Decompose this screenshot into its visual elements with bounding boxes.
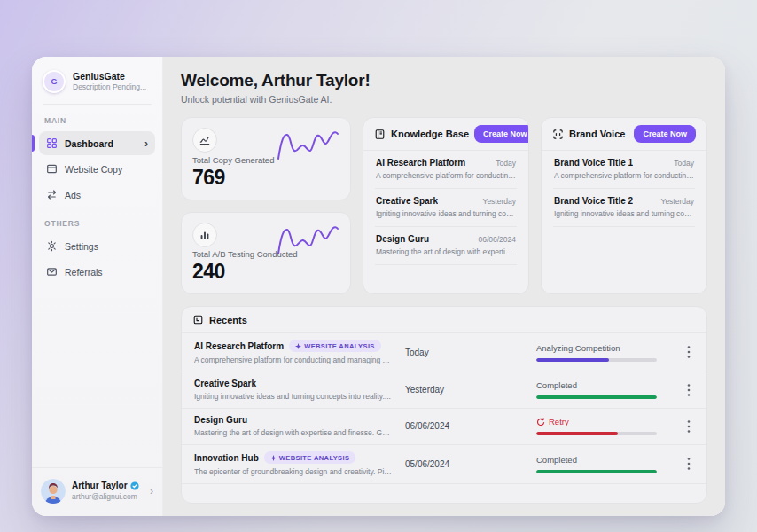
nav-section-main: MAIN <box>32 105 162 130</box>
sparkle-icon <box>295 343 301 349</box>
row-status: Retry <box>536 417 676 435</box>
chevron-right-icon: › <box>144 138 148 149</box>
stat-value: 240 <box>192 260 339 284</box>
knowledge-base-item[interactable]: AI Research Platform Today A comprehensi… <box>375 151 517 189</box>
item-date: Yesterday <box>476 197 517 206</box>
user-email: arthur@alignui.com <box>72 492 139 502</box>
sidebar-item-referrals[interactable]: Referrals <box>39 260 155 284</box>
row-status: Completed <box>536 455 676 473</box>
item-date: 06/06/2024 <box>471 235 516 244</box>
user-name: Arthur Taylor <box>72 480 139 492</box>
table-row[interactable]: AI Research Platform WEBSITE ANALYSIS A … <box>182 333 706 372</box>
kebab-menu-icon[interactable] <box>682 417 696 436</box>
app-window: G GeniusGate Description Pending... MAIN… <box>32 57 725 516</box>
sparkline <box>276 222 339 259</box>
browser-window-icon <box>46 163 58 175</box>
item-title: Brand Voice Title 2 <box>554 196 633 206</box>
status-text: Completed <box>536 455 577 465</box>
row-date: 05/06/2024 <box>405 459 536 469</box>
item-description: A comprehensive platform for conducting … <box>376 171 516 180</box>
stat-card-ab-testing[interactable]: Total A/B Testing Conducted 240 <box>181 212 351 295</box>
kebab-menu-icon[interactable] <box>682 342 696 362</box>
knowledge-base-item[interactable]: Creative Spark Yesterday Igniting innova… <box>375 189 517 227</box>
item-description: Mastering the art of design with experti… <box>376 247 516 256</box>
item-title: Creative Spark <box>376 196 438 206</box>
sidebar-item-label: Settings <box>65 241 98 252</box>
sidebar-item-label: Referrals <box>65 267 103 278</box>
item-description: Igniting innovative ideas and turning co… <box>376 209 516 218</box>
progress-bar <box>536 395 657 399</box>
stat-value: 769 <box>192 166 339 190</box>
brand-voice-item[interactable]: Brand Voice Title 1 Today A comprehensiv… <box>553 151 695 189</box>
retry-icon <box>536 418 545 426</box>
item-title: AI Research Platform <box>376 158 465 168</box>
app-logo: G <box>43 70 66 93</box>
item-title: Design Guru <box>376 234 429 244</box>
item-date: Yesterday <box>654 197 695 206</box>
panel-title: Recents <box>209 315 247 325</box>
knowledge-base-list: AI Research Platform Today A comprehensi… <box>363 151 528 265</box>
row-description: Igniting innovative ideas and turning co… <box>194 392 405 401</box>
row-title: AI Research Platform <box>194 341 284 351</box>
status-text: Analyzing Competition <box>536 343 620 353</box>
panel-title: Brand Voice <box>569 129 625 139</box>
item-date: Today <box>488 159 516 168</box>
progress-bar <box>536 470 657 473</box>
table-row[interactable]: Design Guru Mastering the art of design … <box>182 409 706 445</box>
kebab-menu-icon[interactable] <box>682 380 696 400</box>
row-date: Yesterday <box>405 385 536 395</box>
knowledge-base-item[interactable]: Design Guru 06/06/2024 Mastering the art… <box>375 227 517 265</box>
app-name: GeniusGate <box>73 71 146 83</box>
website-analysis-badge: WEBSITE ANALYSIS <box>289 340 381 352</box>
website-analysis-badge: WEBSITE ANALYSIS <box>264 451 356 464</box>
recents-table: AI Research Platform WEBSITE ANALYSIS A … <box>182 333 706 503</box>
row-title: Innovation Hub <box>194 453 259 463</box>
row-description: Mastering the art of design with experti… <box>194 428 405 437</box>
main-content: Welcome, Arthur Taylor! Unlock potential… <box>163 57 725 516</box>
create-knowledge-base-button[interactable]: Create Now <box>474 125 529 143</box>
verified-badge-icon <box>130 481 139 490</box>
sparkle-icon <box>270 455 277 461</box>
brand-voice-list: Brand Voice Title 1 Today A comprehensiv… <box>542 151 706 227</box>
workspace-header[interactable]: G GeniusGate Description Pending... <box>32 57 162 104</box>
row-date: 06/06/2024 <box>405 421 536 431</box>
kebab-menu-icon[interactable] <box>682 454 696 473</box>
grid-icon <box>46 137 58 149</box>
gear-icon <box>46 240 58 252</box>
chevron-right-icon: › <box>150 485 153 497</box>
brand-voice-item[interactable]: Brand Voice Title 2 Yesterday Igniting i… <box>553 189 695 227</box>
stat-card-copy-generated[interactable]: Total Copy Generated 769 <box>181 117 351 200</box>
progress-bar <box>536 358 657 362</box>
row-status: Analyzing Competition <box>536 343 676 362</box>
table-row[interactable]: Innovation Hub WEBSITE ANALYSIS The epic… <box>182 445 706 484</box>
active-indicator <box>32 135 35 152</box>
table-row[interactable]: Creative Spark Igniting innovative ideas… <box>182 372 706 409</box>
sparkline <box>276 127 339 164</box>
status-text: Retry <box>549 417 569 426</box>
knowledge-base-panel: Knowledge Base Create Now AI Research Pl… <box>363 117 529 294</box>
stats-column: Total Copy Generated 769 Total A/ <box>181 117 351 294</box>
sidebar-item-dashboard[interactable]: Dashboard › <box>39 131 155 155</box>
brand-voice-panel: Brand Voice Create Now Brand Voice Title… <box>541 117 707 294</box>
envelope-icon <box>46 266 58 278</box>
recents-icon <box>192 314 204 325</box>
swap-arrows-icon <box>46 189 58 200</box>
sidebar-item-website-copy[interactable]: Website Copy <box>39 157 155 181</box>
book-icon <box>374 129 386 140</box>
page-title: Welcome, Arthur Taylor! <box>181 71 707 90</box>
sidebar-item-label: Dashboard <box>65 138 113 149</box>
row-description: The epicenter of groundbreaking design a… <box>194 467 405 476</box>
page-subtitle: Unlock potential with GeniusGate AI. <box>181 94 707 105</box>
create-brand-voice-button[interactable]: Create Now <box>634 125 696 143</box>
item-title: Brand Voice Title 1 <box>554 158 633 168</box>
avatar <box>41 479 66 504</box>
row-title: Creative Spark <box>194 379 256 388</box>
item-date: Today <box>667 159 694 168</box>
row-title: Design Guru <box>194 415 247 425</box>
user-profile[interactable]: Arthur Taylor arthur@alignui.com › <box>32 467 162 516</box>
bar-chart-icon <box>192 223 217 247</box>
sidebar-item-ads[interactable]: Ads <box>39 183 155 207</box>
line-chart-icon <box>192 128 217 153</box>
panel-title: Knowledge Base <box>391 129 469 139</box>
sidebar-item-settings[interactable]: Settings <box>39 234 155 258</box>
